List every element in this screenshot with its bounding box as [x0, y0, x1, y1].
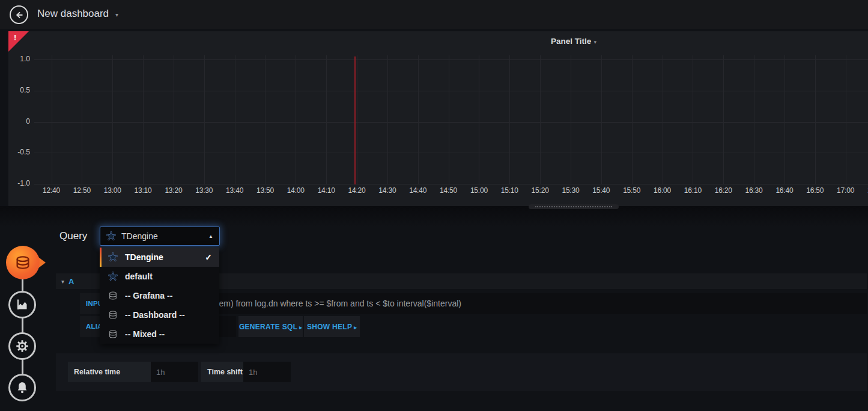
x-axis-tick-label: 14:20	[348, 186, 365, 195]
x-axis-tick-label: 13:50	[256, 186, 274, 195]
x-gridline	[479, 55, 479, 184]
chevron-down-icon: ▾	[61, 278, 64, 285]
x-axis-tick-label: 15:20	[532, 186, 549, 195]
sql-input[interactable]: select avg(mem_system) from log.dn where…	[135, 293, 867, 314]
datasource-select[interactable]: TDengine ▲	[100, 227, 220, 246]
generate-sql-button[interactable]: GENERATE SQL▸	[238, 316, 303, 337]
x-axis-tick-label: 14:50	[440, 186, 457, 195]
panel-title-menu[interactable]: Panel Title▾	[8, 35, 868, 46]
x-axis-tick-label: 17:00	[837, 186, 854, 195]
x-axis-tick-label: 15:00	[470, 186, 488, 195]
gear-icon	[14, 338, 30, 354]
tab-alert[interactable]	[8, 374, 36, 401]
x-gridline	[846, 55, 846, 184]
x-axis-tick-label: 16:30	[745, 186, 763, 195]
x-axis-tick-label: 13:20	[165, 186, 182, 195]
x-gridline	[449, 55, 449, 184]
x-axis-tick-label: 14:30	[378, 186, 396, 195]
generate-sql-label: GENERATE SQL	[239, 323, 297, 331]
menu-item-dashboard[interactable]: -- Dashboard --	[100, 305, 219, 324]
y-gridline	[34, 122, 868, 123]
x-axis-tick-label: 16:40	[775, 186, 793, 195]
y-axis-tick-label: -1.0	[8, 179, 30, 187]
tdengine-icon	[108, 252, 118, 262]
x-axis-tick-label: 12:40	[43, 186, 60, 195]
x-axis-tick-label: 13:00	[104, 186, 121, 195]
menu-item-tdengine[interactable]: TDengine ✓	[100, 248, 219, 267]
area-chart-icon	[15, 297, 29, 312]
tdengine-icon	[106, 231, 116, 241]
x-axis-tick-label: 16:50	[806, 186, 824, 195]
dashboard-title[interactable]: New dashboard	[37, 8, 109, 20]
x-gridline	[143, 55, 144, 184]
x-axis-tick-label: 13:10	[135, 186, 152, 195]
x-axis-tick-label: 15:10	[501, 186, 518, 195]
x-axis-tick-label: 12:50	[73, 186, 91, 195]
chevron-down-icon[interactable]: ▾	[115, 11, 118, 18]
tab-queries[interactable]	[6, 246, 40, 279]
menu-item-mixed[interactable]: -- Mixed --	[100, 324, 219, 344]
relative-time-input[interactable]	[151, 362, 198, 382]
panel: 1.00.50-0.5-1.012:4012:5013:0013:1013:20…	[8, 31, 868, 206]
x-gridline	[326, 55, 327, 184]
y-gridline	[34, 184, 868, 184]
chevron-up-icon: ▲	[208, 234, 213, 239]
resize-dots	[535, 206, 612, 207]
x-axis-tick-label: 15:30	[562, 186, 579, 195]
selected-accent-bar	[100, 248, 102, 267]
chevron-down-icon: ▾	[593, 39, 596, 45]
x-gridline	[387, 55, 388, 184]
x-gridline	[112, 55, 113, 184]
x-gridline	[754, 55, 754, 184]
y-axis-tick-label: 1.0	[8, 55, 30, 63]
x-axis-tick-label: 14:10	[318, 186, 335, 195]
arrow-left-icon	[14, 10, 25, 20]
relative-time-label: Relative time	[68, 362, 151, 382]
time-series-chart: 1.00.50-0.5-1.012:4012:5013:0013:1013:20…	[8, 31, 868, 206]
x-axis-tick-label: 13:30	[195, 186, 213, 195]
x-gridline	[357, 55, 357, 184]
x-gridline	[571, 55, 571, 184]
y-axis-tick-label: 0	[8, 117, 30, 126]
menu-item-label: -- Grafana --	[125, 291, 172, 300]
query-letter: A	[68, 277, 74, 286]
x-gridline	[815, 55, 816, 184]
bell-icon	[15, 380, 29, 395]
y-gridline	[34, 153, 868, 153]
annotation-vline	[354, 56, 356, 184]
panel-bottom-shadow	[0, 206, 868, 227]
menu-item-label: default	[125, 272, 153, 281]
tab-general[interactable]	[8, 332, 36, 360]
x-axis-tick-label: 14:00	[287, 186, 305, 195]
time-shift-label: Time shift	[201, 362, 243, 382]
tab-visualization[interactable]	[8, 291, 36, 318]
x-axis-tick-label: 13:40	[226, 186, 243, 195]
arrow-right-icon: ▸	[299, 324, 302, 330]
x-gridline	[663, 55, 663, 184]
show-help-button[interactable]: SHOW HELP▸	[304, 316, 360, 337]
database-icon	[108, 310, 118, 320]
x-gridline	[601, 55, 602, 184]
x-gridline	[693, 55, 693, 184]
menu-item-default[interactable]: default	[100, 267, 219, 286]
panel-resize-handle[interactable]	[529, 204, 619, 209]
y-gridline	[34, 91, 868, 91]
x-gridline	[52, 55, 52, 184]
tdengine-icon	[108, 272, 118, 281]
back-button[interactable]	[10, 5, 28, 24]
x-gridline	[82, 55, 82, 184]
x-axis-tick-label: 15:40	[592, 186, 610, 195]
x-gridline	[540, 55, 541, 184]
x-axis-tick-label: 16:20	[715, 186, 732, 195]
x-gridline	[632, 55, 633, 184]
datasource-dropdown-menu: TDengine ✓ default -- Grafana --	[100, 248, 219, 344]
x-gridline	[265, 55, 266, 184]
time-shift-input[interactable]	[243, 362, 291, 382]
database-icon	[14, 254, 31, 271]
x-gridline	[509, 55, 510, 184]
x-gridline	[235, 55, 235, 184]
menu-item-grafana[interactable]: -- Grafana --	[100, 286, 219, 305]
panel-title: Panel Title	[551, 37, 591, 46]
menu-item-label: -- Mixed --	[125, 329, 165, 339]
x-axis-tick-label: 14:40	[409, 186, 426, 195]
